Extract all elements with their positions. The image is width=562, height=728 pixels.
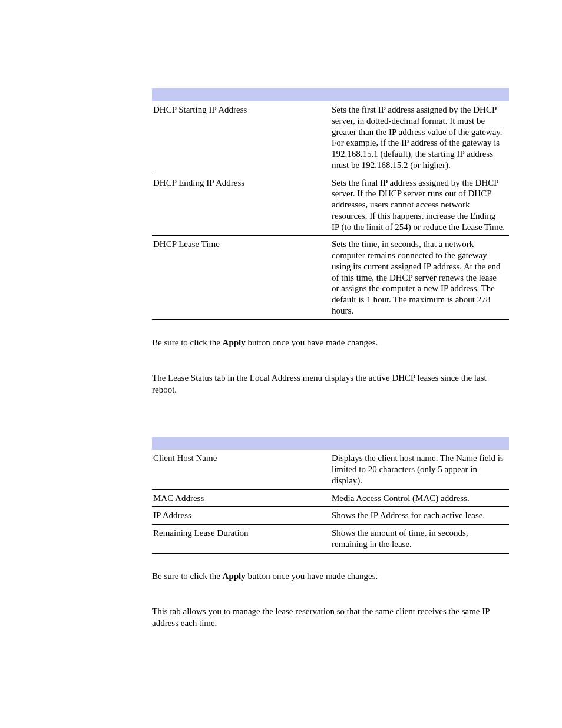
- table-row: Client Host Name Displays the client hos…: [152, 450, 509, 489]
- desc-cell: Sets the time, in seconds, that a networ…: [330, 236, 509, 319]
- option-cell: Remaining Lease Duration: [152, 525, 330, 554]
- apply-bold: Apply: [223, 571, 246, 581]
- option-cell: DHCP Lease Time: [152, 236, 330, 319]
- option-cell: IP Address: [152, 507, 330, 525]
- table-row: MAC Address Media Access Control (MAC) a…: [152, 489, 509, 507]
- apply-note-1: Be sure to click the Apply button once y…: [152, 337, 509, 348]
- table-header-row: [152, 437, 509, 450]
- text: button once you have made changes.: [246, 571, 378, 581]
- lease-status-intro: The Lease Status tab in the Local Addres…: [152, 372, 509, 396]
- desc-cell: Sets the final IP address assigned by th…: [330, 174, 509, 236]
- apply-bold: Apply: [223, 338, 246, 347]
- table-header-row: [152, 88, 509, 101]
- option-cell: MAC Address: [152, 489, 330, 507]
- text: Be sure to click the: [152, 338, 223, 347]
- table-row: DHCP Lease Time Sets the time, in second…: [152, 236, 509, 319]
- lease-status-table: Client Host Name Displays the client hos…: [152, 437, 509, 553]
- dhcp-options-table: DHCP Starting IP Address Sets the first …: [152, 88, 509, 320]
- text: button once you have made changes.: [246, 338, 378, 347]
- table-row: IP Address Shows the IP Address for each…: [152, 507, 509, 525]
- table-row: Remaining Lease Duration Shows the amoun…: [152, 525, 509, 554]
- table-header-option: [152, 88, 330, 101]
- option-cell: Client Host Name: [152, 450, 330, 489]
- option-cell: DHCP Ending IP Address: [152, 174, 330, 236]
- table-header-desc: [330, 437, 509, 450]
- text: Be sure to click the: [152, 571, 223, 581]
- desc-cell: Shows the amount of time, in seconds, re…: [330, 525, 509, 554]
- apply-note-2: Be sure to click the Apply button once y…: [152, 570, 509, 582]
- desc-cell: Sets the first IP address assigned by th…: [330, 101, 509, 174]
- table-row: DHCP Ending IP Address Sets the final IP…: [152, 174, 509, 236]
- table-row: DHCP Starting IP Address Sets the first …: [152, 101, 509, 174]
- table-header-option: [152, 437, 330, 450]
- table-header-desc: [330, 88, 509, 101]
- desc-cell: Displays the client host name. The Name …: [330, 450, 509, 489]
- lease-reservation-intro: This tab allows you to manage the lease …: [152, 605, 509, 630]
- page: DHCP Starting IP Address Sets the first …: [0, 0, 562, 728]
- desc-cell: Shows the IP Address for each active lea…: [330, 507, 509, 525]
- desc-cell: Media Access Control (MAC) address.: [330, 489, 509, 507]
- option-cell: DHCP Starting IP Address: [152, 101, 330, 174]
